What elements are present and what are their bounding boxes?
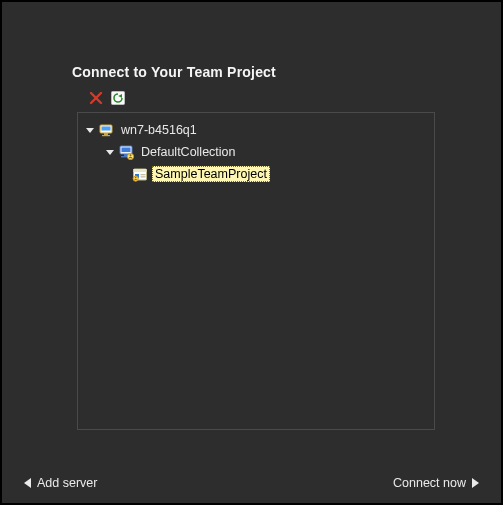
svg-rect-16 [141, 174, 146, 175]
refresh-icon[interactable] [110, 90, 126, 106]
footer: Add server Connect now [2, 469, 501, 503]
svg-rect-4 [102, 127, 111, 131]
svg-rect-14 [134, 169, 147, 172]
svg-rect-17 [141, 176, 146, 177]
tree-node-label: SampleTeamProject [152, 166, 270, 182]
svg-point-19 [135, 177, 137, 179]
project-icon [132, 166, 148, 182]
add-server-label: Add server [37, 476, 97, 490]
svg-rect-8 [122, 148, 131, 153]
connect-now-label: Connect now [393, 476, 466, 490]
svg-point-18 [133, 176, 138, 181]
expand-toggle-icon[interactable] [104, 146, 116, 158]
triangle-left-icon [24, 478, 31, 488]
tree-node-server[interactable]: wn7-b4516q1 [78, 119, 434, 141]
svg-point-12 [130, 154, 132, 156]
tree-node-label: wn7-b4516q1 [118, 122, 200, 138]
remove-icon[interactable] [88, 90, 104, 106]
expand-toggle-icon[interactable] [84, 124, 96, 136]
tree-node-label: DefaultCollection [138, 144, 239, 160]
triangle-right-icon [472, 478, 479, 488]
add-server-button[interactable]: Add server [24, 476, 97, 490]
connect-panel: Connect to Your Team Project [2, 2, 501, 503]
tree-node-project[interactable]: SampleTeamProject [78, 163, 434, 185]
tree-node-collection[interactable]: DefaultCollection [78, 141, 434, 163]
connect-now-button[interactable]: Connect now [393, 476, 479, 490]
toolbar [88, 88, 126, 108]
svg-rect-5 [104, 133, 108, 135]
collection-icon [118, 144, 134, 160]
server-tree[interactable]: wn7-b4516q1 DefaultCollection [77, 112, 435, 430]
page-title: Connect to Your Team Project [72, 64, 276, 80]
server-icon [98, 122, 114, 138]
svg-rect-6 [102, 135, 110, 136]
